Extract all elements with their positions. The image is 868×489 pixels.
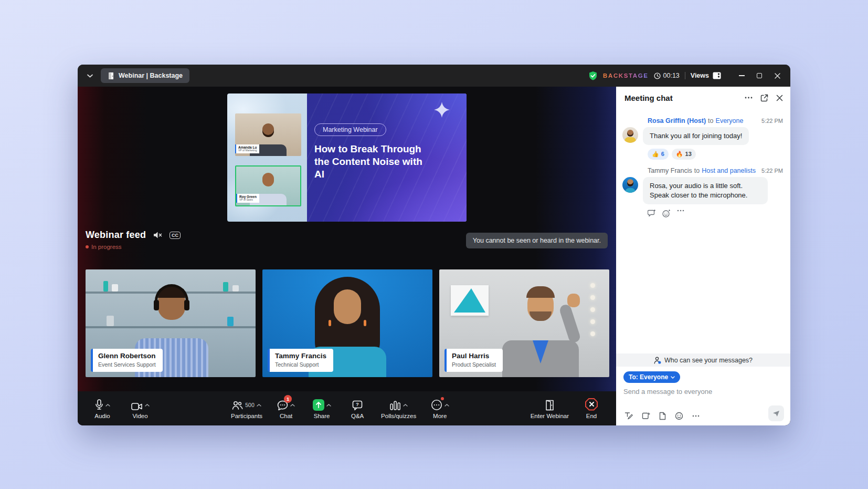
chat-message-list[interactable]: Rosa Griffin (Host) to Everyone 5:22 PM … (616, 109, 790, 353)
send-message-button[interactable] (768, 405, 784, 421)
webinar-slide: Marketing Webinar How to Break Through t… (227, 93, 467, 222)
recipient-selector[interactable]: To: Everyone (623, 371, 680, 383)
meeting-chat-panel: Meeting chat Rosa Gri (616, 87, 790, 425)
compose-more-button[interactable] (692, 415, 700, 417)
chat-close-button[interactable] (776, 95, 783, 101)
close-icon (775, 73, 780, 79)
audio-button[interactable]: Audio (90, 398, 114, 419)
end-button[interactable]: End (579, 398, 604, 419)
video-tile-tammy[interactable]: Tammy Francis Technical Support (262, 269, 432, 377)
chevron-down-icon (671, 376, 675, 379)
maximize-icon (757, 73, 762, 78)
speaker-thumb-amanda: Amanda Lu VP of Marketing (235, 113, 301, 156)
message-more-button[interactable] (677, 210, 684, 217)
microphone-icon (95, 399, 103, 411)
chat-button[interactable]: 1 Chat (274, 398, 298, 419)
reaction-fire[interactable]: 🔥 13 (672, 149, 696, 160)
chat-compose-area: To: Everyone Send a message to everyone (616, 367, 790, 425)
emoji-button[interactable] (675, 412, 683, 420)
chevron-up-icon (444, 404, 449, 407)
reaction-thumbs-up[interactable]: 👍 6 (648, 149, 669, 160)
name-plate: Paul Harris Product Specialist (444, 349, 503, 372)
open-in-new-window-icon (760, 94, 768, 102)
backstage-badge: BACKSTAGE (603, 72, 648, 79)
message-sender: Rosa Griffin (Host) (648, 117, 706, 124)
more-horizontal-icon (692, 415, 700, 417)
polls-bar-chart-icon (389, 400, 401, 411)
enter-webinar-button[interactable]: Enter Webinar (531, 398, 569, 419)
more-alert-dot (441, 397, 444, 400)
camera-icon (131, 402, 143, 411)
message-reactions: 👍 6 🔥 13 (648, 149, 783, 160)
titlebar-divider (685, 72, 685, 79)
tab-label: Webinar | Backstage (119, 72, 183, 79)
video-tile-glenn[interactable]: Glenn Robertson Event Services Support (86, 269, 256, 377)
message-bubble: Rosa, your audio is a little soft. Speak… (643, 177, 768, 204)
video-button[interactable]: Video (128, 398, 152, 419)
participants-count: 500 (245, 402, 255, 408)
format-text-icon (624, 412, 633, 420)
message-to-word: to (708, 117, 713, 124)
feed-title: Webinar feed (86, 230, 146, 241)
shield-check-icon (588, 71, 598, 81)
tab-webinar-backstage[interactable]: Webinar | Backstage (101, 68, 189, 83)
chat-more-button[interactable] (745, 97, 753, 99)
attach-file-button[interactable] (659, 412, 666, 420)
participants-button[interactable]: 500 Participants (231, 398, 262, 419)
more-button[interactable]: More (428, 398, 452, 419)
close-window-button[interactable] (769, 68, 785, 83)
message-to-word: to (694, 167, 700, 174)
add-reaction-button[interactable] (662, 210, 671, 217)
maximize-button[interactable] (751, 68, 767, 83)
message-input[interactable]: Send a message to everyone (623, 388, 783, 396)
chevron-up-icon (403, 404, 408, 407)
qa-icon: ? (352, 400, 363, 411)
chat-message: Tammy Francis to Host and panelists 5:22… (622, 167, 783, 217)
quote-reply-button[interactable] (648, 210, 656, 217)
speaker-role: VP of Sales (239, 199, 257, 202)
speaker-muted-icon[interactable] (153, 231, 162, 239)
message-actions (648, 210, 783, 217)
message-recipient: Host and panelists (702, 167, 756, 174)
closed-captions-button[interactable]: CC (170, 232, 181, 239)
views-button[interactable]: Views (691, 72, 721, 79)
video-tile-paul[interactable]: Paul Harris Product Specialist (439, 269, 609, 377)
polls-button[interactable]: Polls/quizzes (381, 398, 416, 419)
door-enter-icon (545, 400, 554, 411)
who-can-see-link[interactable]: Who can see your messages? (616, 353, 790, 367)
chevron-up-icon (290, 404, 295, 407)
meeting-timer: 00:13 (654, 72, 680, 79)
message-sender: Tammy Francis (648, 167, 692, 174)
chat-popout-button[interactable] (760, 94, 768, 102)
tile-name: Paul Harris (452, 352, 496, 361)
panelist-tiles: Glenn Robertson Event Services Support T… (86, 269, 609, 377)
compose-toolbar (624, 412, 700, 420)
message-bubble: Thank you all for joining today! (643, 127, 749, 145)
svg-text:?: ? (356, 401, 359, 407)
qa-button[interactable]: ? Q&A (345, 398, 369, 419)
tile-name: Glenn Robertson (98, 352, 156, 361)
titlebar-right: BACKSTAGE 00:13 Views (588, 68, 785, 83)
chevron-up-icon (326, 404, 331, 407)
window-menu-chevron[interactable] (84, 70, 96, 81)
name-plate: Tammy Francis Technical Support (268, 349, 333, 372)
minimize-button[interactable] (734, 68, 749, 83)
views-label: Views (691, 72, 709, 79)
timer-value: 00:13 (663, 72, 680, 79)
share-button[interactable]: Share (310, 398, 334, 419)
send-icon (772, 410, 780, 417)
screen-capture-icon (642, 412, 650, 420)
title-bar: Webinar | Backstage BACKSTAGE 00:13 View… (78, 65, 790, 87)
message-recipient: Everyone (716, 117, 744, 124)
status-in-progress: In progress (86, 244, 181, 250)
avatar (622, 127, 638, 143)
emoji-icon (675, 412, 683, 420)
more-horizontal-icon (745, 97, 753, 99)
door-icon (108, 72, 114, 80)
end-icon (585, 398, 598, 411)
participants-icon (232, 400, 243, 411)
screen-capture-button[interactable] (642, 412, 650, 420)
format-text-button[interactable] (624, 412, 633, 420)
quote-reply-icon (648, 210, 656, 217)
tile-role: Technical Support (275, 361, 326, 368)
